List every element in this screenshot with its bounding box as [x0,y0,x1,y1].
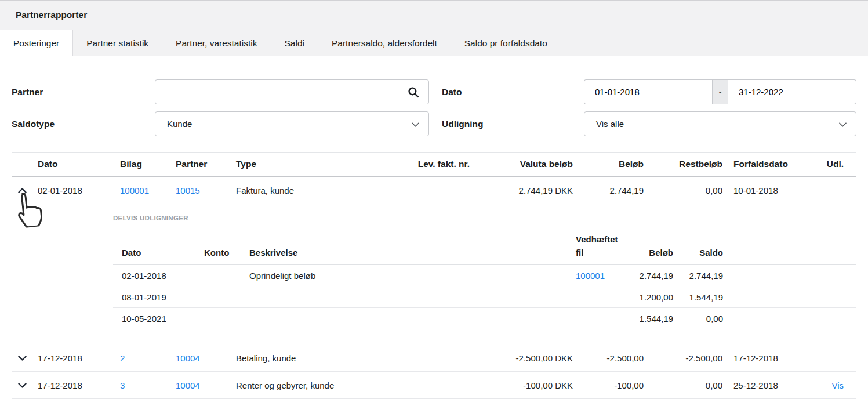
vis-udligning-link[interactable]: Vis [831,380,844,390]
window-left-edge [1,56,1,399]
tab-label: Partner statistik [86,38,148,49]
saldotype-selected-value: Kunde [167,119,192,129]
cell-forfaldsdato: 25-12-2018 [722,380,794,390]
cell-type: Renter og gebyrer, kunde [236,380,381,390]
partner-search-input[interactable] [155,80,408,104]
sub-cell-saldo: 0,00 [673,314,723,324]
attachment-link[interactable]: 100001 [576,271,605,281]
column-header-partner: Partner [176,159,236,169]
column-header-restbelob: Restbeløb [644,159,722,169]
cell-dato: 17-12-2018 [38,353,120,363]
collapse-row-button[interactable] [17,187,28,194]
cell-type: Betaling, kunde [236,353,381,363]
sub-cell-belob: 1.200,00 [627,292,673,302]
tab-saldo-pr-forfaldsdato[interactable]: Saldo pr forfaldsdato [451,30,561,56]
column-header-lev-fakt-nr: Lev. fakt. nr. [381,159,470,169]
date-range-separator: - [712,79,728,104]
column-header-belob: Beløb [573,159,644,169]
filter-panel: Partner Dato - Saldotype Kunde Udligning… [0,56,868,152]
chevron-down-icon [412,119,419,129]
date-from-input[interactable] [584,79,712,104]
cell-type: Faktura, kunde [236,186,381,195]
cell-forfaldsdato: 17-12-2018 [722,353,794,363]
sub-column-header-dato: Dato [113,246,204,260]
tab-saldi[interactable]: Saldi [271,30,318,56]
column-header-type: Type [236,159,381,169]
sub-column-header-belob: Beløb [627,246,673,260]
cell-belob: -100,00 [573,380,644,390]
settlement-row: 02-01-2018 Oprindeligt beløb 100001 2.74… [113,265,856,286]
table-header-row: Dato Bilag Partner Type Lev. fakt. nr. V… [12,152,856,177]
sub-column-header-beskrivelse: Beskrivelse [249,246,576,260]
sub-cell-dato: 02-01-2018 [113,271,204,281]
column-header-udl: Udl. [794,159,856,169]
cell-restbelob: 0,00 [644,186,722,195]
sub-cell-dato: 10-05-2021 [113,314,204,324]
column-header-valuta-belob: Valuta beløb [470,159,573,169]
column-header-bilag: Bilag [120,159,176,169]
saldotype-filter-label: Saldotype [12,119,155,129]
cell-valuta-belob: 2.744,19 DKK [470,186,573,195]
tab-posteringer[interactable]: Posteringer [0,30,73,56]
bilag-link[interactable]: 3 [120,380,125,390]
sub-column-header-saldo: Saldo [673,246,723,260]
date-to-input[interactable] [728,79,856,104]
chevron-down-icon [839,119,847,129]
cell-forfaldsdato: 10-01-2018 [722,186,794,195]
tab-label: Saldo pr forfaldsdato [464,38,547,49]
partner-search-box [155,79,429,104]
partner-filter-label: Partner [12,87,155,97]
sub-cell-saldo: 1.544,19 [673,292,723,302]
cell-belob: 2.744,19 [573,186,644,195]
cell-valuta-belob: -2.500,00 DKK [470,353,573,363]
postings-table: Dato Bilag Partner Type Lev. fakt. nr. V… [12,152,856,399]
partner-link[interactable]: 10015 [176,186,200,195]
tab-label: Saldi [285,38,304,49]
sub-cell-belob: 1.544,19 [627,314,673,324]
udligning-select[interactable]: Vis alle [584,111,856,136]
tab-partner-varestatistik[interactable]: Partner, varestatistik [162,30,271,56]
settlements-section-title: DELVIS UDLIGNINGER [113,215,856,222]
settlements-header-row: Dato Konto Beskrivelse Vedhæftet fil Bel… [113,233,856,265]
table-row: 17-12-2018 2 10004 Betaling, kunde -2.50… [12,344,856,372]
table-row: 02-01-2018 100001 10015 Faktura, kunde 2… [12,177,856,204]
tab-partner-statistik[interactable]: Partner statistik [73,30,162,56]
date-range-group: - [584,79,856,104]
settlement-row: 08-01-2019 1.200,00 1.544,19 [113,286,856,308]
cell-belob: -2.500,00 [573,353,644,363]
partner-link[interactable]: 10004 [176,380,200,390]
settlement-row: 10-05-2021 1.544,19 0,00 [113,308,856,329]
sub-cell-dato: 08-01-2019 [113,292,204,302]
expand-row-button[interactable] [17,382,28,389]
bilag-link[interactable]: 2 [120,353,125,363]
table-row: 17-12-2018 3 10004 Renter og gebyrer, ku… [12,372,856,399]
tab-bar: Posteringer Partner statistik Partner, v… [0,30,868,56]
search-icon[interactable] [408,86,428,98]
cell-dato: 02-01-2018 [38,186,120,195]
cell-valuta-belob: -100,00 DKK [470,380,573,390]
column-header-dato: Dato [38,159,120,169]
column-header-forfaldsdato: Forfaldsdato [722,159,794,169]
expanded-settlements-section: DELVIS UDLIGNINGER Dato Konto Beskrivels… [12,204,856,344]
tab-label: Partnersaldo, aldersfordelt [332,38,437,49]
tab-partnersaldo-aldersfordelt[interactable]: Partnersaldo, aldersfordelt [318,30,451,56]
page-title: Partnerrapporter [16,10,87,20]
tab-label: Posteringer [13,38,59,49]
bilag-link[interactable]: 100001 [120,186,149,195]
partner-link[interactable]: 10004 [176,353,200,363]
sub-column-header-konto: Konto [204,246,249,260]
sub-cell-saldo: 2.744,19 [673,271,723,281]
sub-column-header-vedhaeftet-fil: Vedhæftet fil [576,233,627,259]
cell-dato: 17-12-2018 [38,380,120,390]
sub-cell-beskrivelse: Oprindeligt beløb [249,271,576,281]
cell-restbelob: -2.500,00 [644,353,722,363]
page-header: Partnerrapporter [0,0,868,30]
udligning-filter-label: Udligning [429,119,584,129]
expand-row-button[interactable] [17,354,28,362]
dato-filter-label: Dato [429,87,584,97]
saldotype-select[interactable]: Kunde [155,111,429,136]
sub-cell-belob: 2.744,19 [627,271,673,281]
udligning-selected-value: Vis alle [596,119,624,129]
tab-label: Partner, varestatistik [176,38,257,49]
cell-restbelob: 0,00 [644,380,722,390]
